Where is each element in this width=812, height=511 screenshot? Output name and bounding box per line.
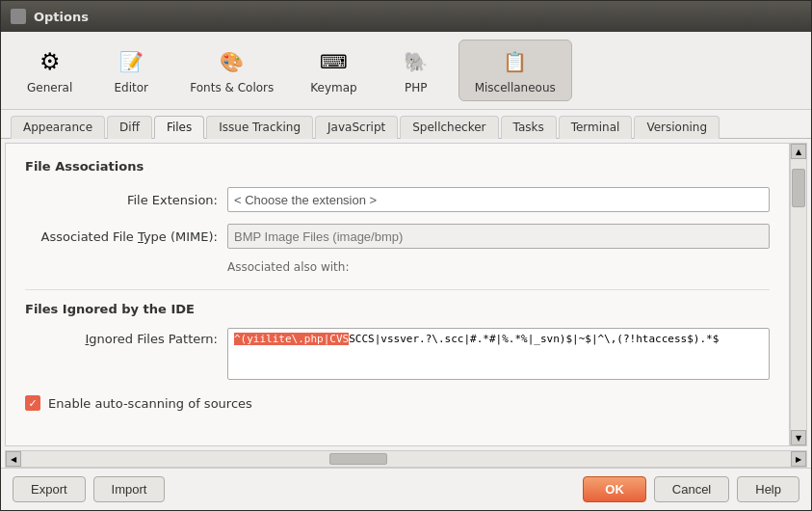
tab-diff[interactable]: Diff (107, 116, 152, 139)
scroll-thumb[interactable] (792, 169, 805, 207)
export-button[interactable]: Export (13, 476, 86, 502)
mime-row: Associated File Type (MIME): (25, 224, 770, 249)
tab-javascript[interactable]: JavaScript (315, 116, 398, 139)
general-icon (35, 46, 65, 77)
toolbar-keymap-label: Keymap (310, 81, 356, 94)
toolbar: General Editor Fonts & Colors Keymap PHP… (1, 32, 811, 110)
ignored-pattern-label: Ignored Files Pattern: (25, 328, 218, 346)
checkbox-check-icon: ✓ (28, 398, 37, 409)
panel-content: File Associations File Extension: Associ… (6, 144, 789, 426)
ignored-pattern-row: Ignored Files Pattern: ^(yiilite\.php|CV… (25, 328, 770, 380)
section-divider (25, 289, 770, 290)
tab-spellchecker[interactable]: Spellchecker (400, 116, 498, 139)
tab-tasks[interactable]: Tasks (501, 116, 557, 139)
tab-appearance[interactable]: Appearance (11, 116, 105, 139)
toolbar-php-label: PHP (405, 81, 428, 94)
tab-issue-tracking[interactable]: Issue Tracking (206, 116, 313, 139)
scroll-down-btn[interactable]: ▼ (791, 430, 806, 445)
toolbar-fonts-colors[interactable]: Fonts & Colors (173, 40, 290, 101)
hscroll-right-btn[interactable]: ▶ (791, 451, 806, 467)
scroll-up-btn[interactable]: ▲ (791, 144, 806, 159)
fonts-icon (217, 46, 248, 77)
pattern-text: ^(yiilite\.php|CVSSCCS|vssver.?\.scc|#.*… (228, 329, 769, 349)
php-icon (401, 46, 432, 77)
file-extension-label: File Extension: (25, 193, 218, 207)
file-extension-input[interactable] (227, 187, 770, 212)
window-icon (11, 9, 26, 24)
pattern-highlight: ^(yiilite\.php|CVS (234, 333, 349, 345)
horizontal-scrollbar[interactable]: ◀ ▶ (5, 450, 807, 468)
content-area: File Associations File Extension: Associ… (1, 139, 811, 450)
toolbar-general[interactable]: General (11, 40, 89, 101)
hscroll-left-btn[interactable]: ◀ (6, 451, 21, 467)
keymap-icon (318, 46, 349, 77)
autoscan-label: Enable auto-scanning of sources (48, 396, 252, 411)
toolbar-editor[interactable]: Editor (92, 40, 170, 101)
toolbar-fonts-label: Fonts & Colors (190, 81, 274, 94)
vertical-scrollbar[interactable]: ▲ ▼ (790, 143, 807, 446)
tab-terminal[interactable]: Terminal (559, 116, 633, 139)
toolbar-misc-label: Miscellaneous (475, 81, 556, 94)
tab-files[interactable]: Files (154, 116, 204, 139)
misc-icon (500, 46, 531, 77)
hscroll-track[interactable] (21, 452, 791, 466)
autoscan-row: ✓ Enable auto-scanning of sources (25, 395, 770, 411)
files-ignored-title: Files Ignored by the IDE (25, 302, 770, 316)
file-associations-title: File Associations (25, 159, 770, 174)
cancel-button[interactable]: Cancel (654, 476, 729, 502)
toolbar-keymap[interactable]: Keymap (294, 40, 373, 101)
svg-point-0 (13, 12, 23, 21)
scroll-track[interactable] (791, 159, 806, 430)
ok-button[interactable]: OK (583, 476, 646, 502)
help-button[interactable]: Help (737, 476, 799, 502)
pattern-normal: SCCS|vssver.?\.scc|#.*#|%.*%|_svn)$|~$|^… (349, 333, 719, 345)
mime-input[interactable] (227, 224, 770, 249)
title-bar: Options (1, 1, 811, 32)
pattern-box[interactable]: ^(yiilite\.php|CVSSCCS|vssver.?\.scc|#.*… (227, 328, 770, 380)
window-title: Options (34, 10, 801, 24)
main-panel: File Associations File Extension: Associ… (5, 143, 790, 446)
mime-label: Associated File Type (MIME): (25, 229, 218, 244)
toolbar-general-label: General (27, 81, 72, 94)
toolbar-miscellaneous[interactable]: Miscellaneous (458, 40, 572, 101)
options-window: Options General Editor Fonts & Colors Ke… (0, 0, 812, 511)
toolbar-editor-label: Editor (115, 81, 149, 94)
toolbar-php[interactable]: PHP (378, 40, 455, 101)
editor-icon (116, 46, 146, 77)
file-extension-row: File Extension: (25, 187, 770, 212)
autoscan-checkbox[interactable]: ✓ (25, 395, 40, 411)
associated-note: Associated also with: (227, 260, 770, 274)
import-button[interactable]: Import (93, 476, 166, 502)
tab-versioning[interactable]: Versioning (634, 116, 720, 139)
hscroll-thumb[interactable] (329, 453, 387, 465)
bottom-bar: Export Import OK Cancel Help (1, 468, 811, 510)
tabs-bar: Appearance Diff Files Issue Tracking Jav… (1, 110, 811, 139)
